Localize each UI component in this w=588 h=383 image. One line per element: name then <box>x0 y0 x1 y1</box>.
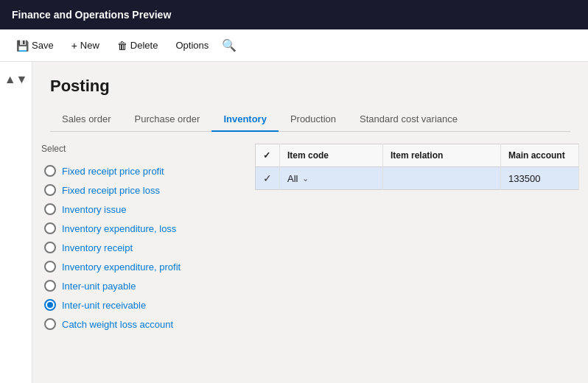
radio-inter-unit-receivable[interactable] <box>44 299 56 311</box>
tab-sales-order[interactable]: Sales order <box>50 108 122 132</box>
save-label: Save <box>32 40 54 51</box>
table-header-row: ✓ Item code Item relation Main account <box>256 144 579 167</box>
search-icon: 🔍 <box>222 38 237 52</box>
filter-icon[interactable]: ▲▼ <box>6 69 27 90</box>
tab-purchase-order[interactable]: Purchase order <box>122 108 211 132</box>
main-content: ▲▼ Posting Sales order Purchase order In… <box>0 62 588 383</box>
radio-inter-unit-payable[interactable] <box>44 280 56 292</box>
sidebar: ▲▼ <box>0 62 32 383</box>
list-item-inventory-issue[interactable]: Inventory issue <box>41 200 237 219</box>
item-code-value: All <box>287 173 298 184</box>
list-item-label-inter-unit-receivable: Inter-unit receivable <box>62 300 146 311</box>
options-label: Options <box>175 40 209 51</box>
tab-inventory[interactable]: Inventory <box>211 108 279 132</box>
list-item-inventory-expenditure-profit[interactable]: Inventory expenditure, profit <box>41 257 237 276</box>
row-main-account-cell[interactable]: 133500 <box>501 167 579 190</box>
new-button[interactable]: + New <box>64 35 107 56</box>
save-icon: 💾 <box>16 40 29 52</box>
item-code-with-dropdown: All ⌄ <box>287 173 375 184</box>
radio-inventory-expenditure-profit[interactable] <box>44 261 56 273</box>
col-header-item-relation[interactable]: Item relation <box>383 144 501 167</box>
row-item-code-cell[interactable]: All ⌄ <box>280 167 383 190</box>
content-area: Posting Sales order Purchase order Inven… <box>32 62 588 383</box>
list-item-label-inventory-issue: Inventory issue <box>62 204 126 215</box>
delete-label: Delete <box>130 40 158 51</box>
toolbar: 💾 Save + New 🗑 Delete Options 🔍 <box>0 29 588 62</box>
list-item-inventory-receipt[interactable]: Inventory receipt <box>41 238 237 257</box>
radio-inventory-receipt[interactable] <box>44 242 56 253</box>
select-label: Select <box>41 144 237 154</box>
posting-table: ✓ Item code Item relation Main account ✓ <box>255 144 579 190</box>
row-item-relation-cell[interactable] <box>383 167 501 190</box>
search-button[interactable]: 🔍 <box>219 35 239 56</box>
app-title: Finance and Operations Preview <box>12 9 171 21</box>
list-item-label-inter-unit-payable: Inter-unit payable <box>62 281 136 292</box>
list-item-label-fixed-receipt-loss: Fixed receipt price loss <box>62 185 160 196</box>
tabs-container: Sales order Purchase order Inventory Pro… <box>50 108 570 132</box>
table-panel: ✓ Item code Item relation Main account ✓ <box>246 144 588 379</box>
page-title: Posting <box>50 77 570 96</box>
list-item-label-fixed-receipt-profit: Fixed receipt price profit <box>62 166 164 177</box>
col-header-item-code[interactable]: Item code <box>280 144 383 167</box>
radio-inventory-issue[interactable] <box>44 203 56 215</box>
radio-inventory-expenditure-loss[interactable] <box>44 222 56 234</box>
radio-fixed-receipt-loss[interactable] <box>44 184 56 196</box>
content-body: Select Fixed receipt price profit Fixed … <box>32 132 588 379</box>
list-item-label-inventory-receipt: Inventory receipt <box>62 242 133 253</box>
delete-button[interactable]: 🗑 Delete <box>110 35 166 56</box>
tab-standard-cost[interactable]: Standard cost variance <box>348 108 469 132</box>
new-icon: + <box>71 40 77 52</box>
list-item-label-inventory-expenditure-profit: Inventory expenditure, profit <box>62 261 181 273</box>
options-button[interactable]: Options <box>168 35 216 55</box>
item-code-dropdown-icon[interactable]: ⌄ <box>302 174 309 183</box>
list-item-label-catch-weight-loss: Catch weight loss account <box>62 319 173 330</box>
save-button[interactable]: 💾 Save <box>9 35 61 56</box>
radio-fixed-receipt-profit[interactable] <box>44 165 56 177</box>
app-title-bar: Finance and Operations Preview <box>0 0 588 29</box>
delete-icon: 🗑 <box>117 40 127 52</box>
list-panel: Select Fixed receipt price profit Fixed … <box>32 144 246 379</box>
list-item-catch-weight-loss[interactable]: Catch weight loss account <box>41 315 237 334</box>
table-row[interactable]: ✓ All ⌄ 133500 <box>256 167 579 190</box>
list-item-inter-unit-receivable[interactable]: Inter-unit receivable <box>41 295 237 315</box>
radio-catch-weight-loss[interactable] <box>44 318 56 330</box>
row-check-cell: ✓ <box>256 167 280 190</box>
check-header-icon: ✓ <box>263 150 270 161</box>
row-check-icon: ✓ <box>263 172 272 184</box>
list-item-label-inventory-expenditure-loss: Inventory expenditure, loss <box>62 223 176 234</box>
list-item-inventory-expenditure-loss[interactable]: Inventory expenditure, loss <box>41 219 237 238</box>
col-header-main-account[interactable]: Main account <box>501 144 579 167</box>
col-header-check: ✓ <box>256 144 280 167</box>
list-item-fixed-receipt-loss[interactable]: Fixed receipt price loss <box>41 180 237 200</box>
tab-production[interactable]: Production <box>279 108 348 132</box>
radio-inner-inter-unit-receivable <box>47 302 53 308</box>
list-item-inter-unit-payable[interactable]: Inter-unit payable <box>41 276 237 295</box>
new-label: New <box>80 40 99 51</box>
page-header: Posting Sales order Purchase order Inven… <box>32 62 588 132</box>
list-item-fixed-receipt-profit[interactable]: Fixed receipt price profit <box>41 161 237 180</box>
